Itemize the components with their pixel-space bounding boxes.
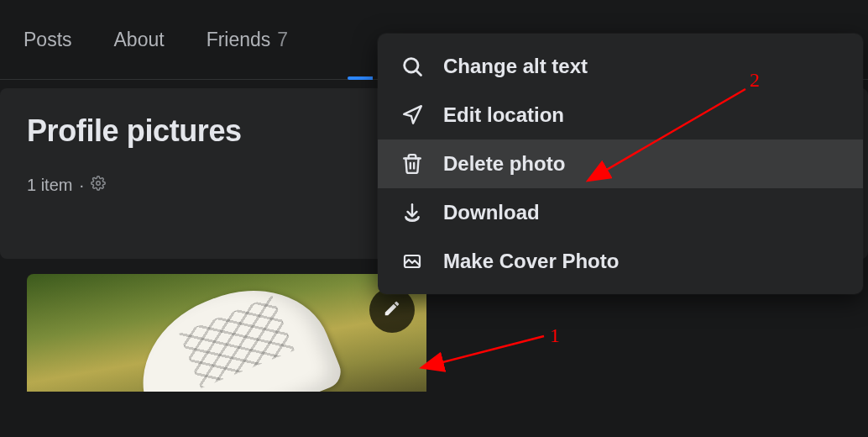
location-arrow-icon xyxy=(400,103,425,128)
tab-about-label: About xyxy=(114,29,165,51)
menu-label: Change alt text xyxy=(443,55,588,78)
edit-photo-button[interactable] xyxy=(369,287,415,333)
menu-label: Edit location xyxy=(443,103,564,127)
search-icon xyxy=(400,54,425,79)
image-icon xyxy=(400,249,425,274)
tab-about[interactable]: About xyxy=(114,0,165,79)
menu-label: Delete photo xyxy=(443,152,565,176)
svg-point-0 xyxy=(97,182,101,186)
trash-icon xyxy=(400,151,425,176)
menu-item-make-cover-photo[interactable]: Make Cover Photo xyxy=(378,237,863,286)
download-icon xyxy=(400,200,425,225)
item-count: 1 item xyxy=(27,176,72,195)
svg-line-2 xyxy=(416,71,421,76)
tab-posts[interactable]: Posts xyxy=(24,0,72,79)
tab-friends[interactable]: Friends 7 xyxy=(207,0,289,79)
menu-item-delete-photo[interactable]: Delete photo xyxy=(378,140,863,188)
meta-separator: · xyxy=(79,176,84,195)
menu-label: Make Cover Photo xyxy=(443,250,619,273)
menu-label: Download xyxy=(443,201,540,224)
menu-item-edit-location[interactable]: Edit location xyxy=(378,91,863,140)
tab-friends-label: Friends xyxy=(207,29,271,51)
gear-icon[interactable] xyxy=(91,176,106,195)
menu-item-download[interactable]: Download xyxy=(378,188,863,237)
photo-context-menu: Change alt text Edit location Delete pho… xyxy=(378,34,863,294)
menu-item-change-alt-text[interactable]: Change alt text xyxy=(378,42,863,91)
friends-count: 7 xyxy=(277,29,288,51)
photo-thumbnail[interactable] xyxy=(27,274,426,392)
active-tab-indicator xyxy=(348,76,373,80)
tab-posts-label: Posts xyxy=(24,29,72,51)
pencil-icon xyxy=(383,299,401,321)
